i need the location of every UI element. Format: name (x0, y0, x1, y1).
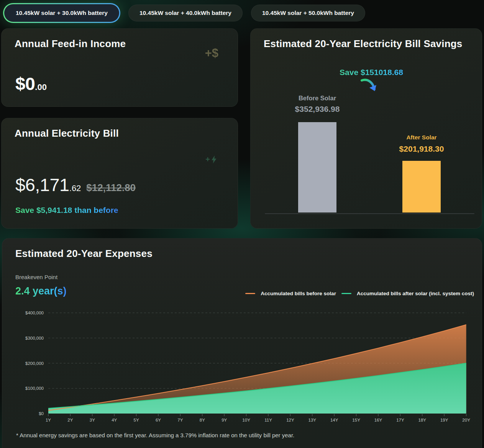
breakeven-value: 2.4 year(s) (15, 285, 67, 297)
legend-label-before-solar: Accumulated bills before solar (261, 291, 336, 296)
svg-text:11Y: 11Y (264, 418, 272, 422)
curved-arrow-icon (359, 78, 380, 97)
electricity-bill-value-row: $6,171.62 $12,112.80 (15, 174, 136, 195)
svg-text:$400,000: $400,000 (25, 311, 44, 315)
svg-text:19Y: 19Y (440, 418, 448, 422)
feed-in-value-dollars: $0 (15, 74, 35, 94)
svg-text:16Y: 16Y (374, 418, 382, 422)
bar-value-after-solar: $201,918.30 (379, 144, 464, 154)
expenses-title: Estimated 20-Year Expenses (15, 247, 153, 260)
bill-savings-title: Estimated 20-Year Electricity Bill Savin… (264, 37, 463, 51)
plus-lightning-icon: + (205, 155, 217, 164)
svg-text:$0: $0 (39, 411, 44, 416)
svg-text:13Y: 13Y (308, 418, 317, 422)
svg-text:8Y: 8Y (200, 418, 205, 422)
dashboard: 10.45kW solar + 30.0kWh battery 10.45kW … (0, 0, 484, 448)
svg-text:15Y: 15Y (352, 418, 360, 422)
annual-feed-in-income-card: Annual Feed-in Income +$ $0.00 (1, 28, 238, 107)
bill-savings-card: Estimated 20-Year Electricity Bill Savin… (250, 28, 482, 229)
tab-label: 10.45kW solar + 30.0kWh battery (16, 10, 108, 16)
bar-chart-baseline (265, 213, 474, 214)
bill-previous-value: $12,112.80 (86, 182, 136, 194)
bill-savings-note: Save $5,941.18 than before (15, 206, 118, 215)
tab-config-50kwh[interactable]: 10.45kW solar + 50.0kWh battery (251, 5, 365, 21)
svg-text:18Y: 18Y (418, 418, 427, 422)
svg-text:3Y: 3Y (90, 418, 95, 422)
expenses-footnote: * Annual energy savings are based on the… (16, 432, 294, 438)
savings-amount-callout: Save $151018.68 (316, 68, 427, 77)
svg-text:$200,000: $200,000 (25, 361, 44, 366)
svg-text:17Y: 17Y (396, 418, 404, 422)
bar-label-after-solar: After Solar (379, 134, 464, 141)
legend-label-after-solar: Accumulated bills after solar (incl. sys… (357, 291, 474, 296)
breakeven-label: Breakeven Point (15, 274, 57, 280)
svg-text:$100,000: $100,000 (25, 386, 44, 391)
lightning-bolt-icon (211, 155, 217, 164)
svg-text:5Y: 5Y (134, 418, 139, 422)
legend-swatch-after-solar (341, 293, 351, 294)
svg-text:6Y: 6Y (156, 418, 161, 422)
bar-after-solar (402, 161, 441, 213)
svg-text:14Y: 14Y (330, 418, 338, 422)
plus-sign: + (205, 155, 210, 164)
svg-text:$300,000: $300,000 (25, 336, 44, 340)
svg-text:12Y: 12Y (286, 418, 294, 422)
legend-swatch-before-solar (245, 293, 255, 294)
expenses-card: Estimated 20-Year Expenses Breakeven Poi… (2, 238, 482, 448)
bar-label-before-solar: Before Solar (275, 95, 359, 102)
electricity-bill-title: Annual Electricity Bill (15, 127, 119, 140)
bar-value-before-solar: $352,936.98 (275, 105, 359, 114)
bill-value-dollars: $6,171 (15, 175, 69, 195)
bar-before-solar (298, 122, 336, 213)
svg-text:4Y: 4Y (112, 418, 117, 422)
chart-legend: Accumulated bills before solar Accumulat… (245, 291, 474, 296)
expenses-area-chart: $0$100,000$200,000$300,000$400,0001Y2Y3Y… (14, 306, 477, 427)
bill-current-value: $6,171.62 (15, 174, 81, 195)
svg-text:7Y: 7Y (177, 418, 183, 422)
tab-label: 10.45kW solar + 50.0kWh battery (262, 10, 354, 16)
tab-config-40kwh[interactable]: 10.45kW solar + 40.0kWh battery (128, 5, 243, 21)
bill-value-cents: .62 (69, 183, 81, 193)
svg-text:2Y: 2Y (67, 418, 73, 422)
tab-label: 10.45kW solar + 40.0kWh battery (139, 10, 231, 16)
svg-text:9Y: 9Y (221, 418, 227, 422)
svg-text:1Y: 1Y (46, 418, 51, 422)
feed-in-value-cents: .00 (35, 82, 47, 92)
feed-in-income-title: Annual Feed-in Income (15, 37, 126, 51)
svg-text:20Y: 20Y (462, 418, 470, 422)
plus-dollar-icon: +$ (205, 46, 218, 60)
annual-electricity-bill-card: Annual Electricity Bill + $6,171.62 $12,… (1, 118, 238, 229)
svg-text:10Y: 10Y (242, 418, 250, 422)
feed-in-income-value: $0.00 (15, 73, 47, 94)
tab-config-30kwh[interactable]: 10.45kW solar + 30.0kWh battery (3, 3, 120, 23)
